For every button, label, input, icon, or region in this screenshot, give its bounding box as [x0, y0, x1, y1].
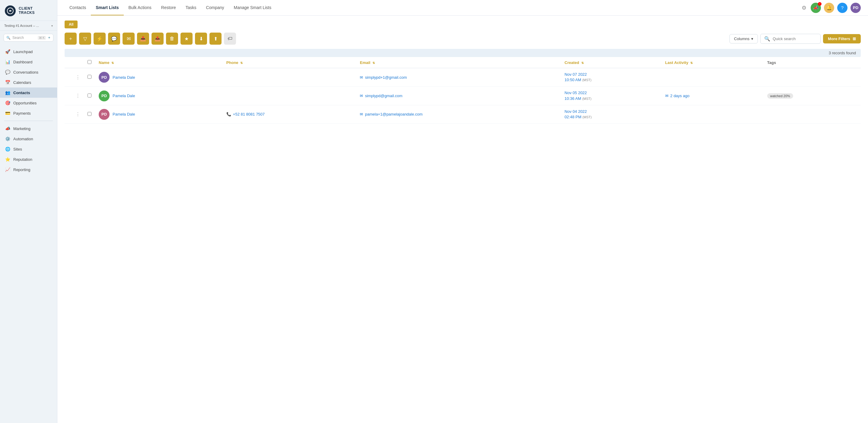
- tab-bulk-actions[interactable]: Bulk Actions: [124, 0, 156, 15]
- sidebar-item-launchpad[interactable]: 🚀Launchpad: [0, 46, 57, 57]
- row-menu-icon[interactable]: ⋮: [75, 111, 80, 117]
- name-header[interactable]: Name ⇅: [95, 57, 223, 68]
- help-button[interactable]: ?: [837, 3, 847, 13]
- created-time: 10:50 AM (MST): [565, 77, 658, 83]
- quick-search-input[interactable]: [773, 36, 817, 41]
- message-icon: 💬: [111, 36, 117, 42]
- name-sort-icon: ⇅: [112, 61, 114, 65]
- row-checkbox[interactable]: [88, 94, 91, 97]
- row-checkbox[interactable]: [88, 112, 91, 116]
- tab-company[interactable]: Company: [201, 0, 229, 15]
- email-link[interactable]: ✉simplypd@gmail.com: [360, 94, 557, 98]
- logo-icon: [5, 5, 16, 16]
- nav-divider: [4, 121, 53, 121]
- bell-button[interactable]: 🔔: [824, 3, 834, 13]
- contact-name[interactable]: Pamela Dale: [113, 94, 135, 98]
- email-icon: ✉: [127, 36, 131, 42]
- toolbar-tag-button[interactable]: 🏷: [224, 33, 236, 45]
- more-filters-button[interactable]: More Filters ⊞: [823, 34, 861, 43]
- columns-button[interactable]: Columns ▾: [730, 34, 758, 43]
- filter-section: All: [65, 21, 861, 28]
- sidebar-item-reporting[interactable]: 📈Reporting: [0, 164, 57, 175]
- toolbar-add-button[interactable]: ＋: [65, 33, 77, 45]
- sidebar-item-label: Calendars: [13, 80, 31, 85]
- toolbar-message-button[interactable]: 💬: [108, 33, 120, 45]
- user-avatar[interactable]: PD: [850, 3, 861, 13]
- all-filter-badge[interactable]: All: [65, 21, 78, 28]
- sidebar-item-opportunities[interactable]: 🎯Opportunities: [0, 98, 57, 108]
- table-body: ⋮ PD Pamela Dale ✉simplypd+1@gmail.com N…: [65, 68, 861, 124]
- email-link[interactable]: ✉simplypd+1@gmail.com: [360, 75, 557, 80]
- chevron-down-icon: ▾: [51, 24, 53, 28]
- toolbar-download-button[interactable]: ⬇: [195, 33, 207, 45]
- sidebar-item-dashboard[interactable]: 📊Dashboard: [0, 57, 57, 67]
- row-actions-cell: ⋮: [72, 68, 84, 87]
- select-all-header: [65, 57, 72, 68]
- megaphone-button[interactable]: 📣 !: [811, 3, 821, 13]
- last-activity-cell: ✉2 days ago: [661, 87, 764, 105]
- name-cell: PD Pamela Dale: [95, 87, 223, 105]
- row-checkbox[interactable]: [88, 75, 91, 79]
- toolbar-upload-button[interactable]: ⬆: [210, 33, 221, 45]
- topbar: ContactsSmart ListsBulk ActionsRestoreTa…: [57, 0, 868, 16]
- email-link[interactable]: ✉pamela+1@pamelajoandale.com: [360, 112, 557, 117]
- tags-header: Tags: [764, 57, 861, 68]
- sidebar-item-label: Reporting: [13, 167, 30, 172]
- tab-contacts[interactable]: Contacts: [65, 0, 91, 15]
- star-icon: ★: [184, 36, 189, 42]
- toolbar-export2-button[interactable]: 📤: [152, 33, 163, 45]
- tab-restore[interactable]: Restore: [156, 0, 181, 15]
- last-activity-header[interactable]: Last Activity ⇅: [661, 57, 764, 68]
- created-cell: Nov 07 2022 10:50 AM (MST): [561, 68, 661, 87]
- actions-header: [72, 57, 84, 68]
- page-content: All ＋▽⚡💬✉📥📤🗑★⬇⬆🏷 Columns ▾ 🔍 More Filter…: [57, 16, 868, 423]
- row-menu-icon[interactable]: ⋮: [75, 93, 80, 98]
- created-cell: Nov 04 2022 02:48 PM (MST): [561, 105, 661, 123]
- upload-icon: ⬆: [214, 36, 218, 42]
- toolbar-filter-button[interactable]: ▽: [79, 33, 91, 45]
- tab-tasks[interactable]: Tasks: [181, 0, 201, 15]
- settings-button[interactable]: ⚙: [800, 3, 808, 12]
- sidebar-item-conversations[interactable]: 💬Conversations: [0, 67, 57, 77]
- sidebar-item-label: Sites: [13, 147, 22, 152]
- sidebar-item-label: Payments: [13, 111, 31, 116]
- sidebar-item-payments[interactable]: 💳Payments: [0, 108, 57, 118]
- phone-link[interactable]: 📞+52 81 8081 7507: [226, 112, 353, 117]
- email-icon: ✉: [665, 94, 669, 98]
- email-icon: ✉: [360, 112, 363, 117]
- email-header[interactable]: Email ⇅: [356, 57, 561, 68]
- created-header[interactable]: Created ⇅: [561, 57, 661, 68]
- contact-name[interactable]: Pamela Dale: [113, 75, 135, 80]
- header-row: Name ⇅ Phone ⇅ Email ⇅ Created ⇅: [65, 57, 861, 68]
- tab-manage-smart-lists[interactable]: Manage Smart Lists: [229, 0, 276, 15]
- sidebar-item-label: Conversations: [13, 70, 38, 74]
- toolbar-workflow-button[interactable]: ⚡: [94, 33, 105, 45]
- sidebar-item-calendars[interactable]: 📅Calendars: [0, 77, 57, 88]
- import-icon: 📥: [140, 36, 146, 42]
- account-selector[interactable]: Testing #1 Account -- ... ▾: [0, 21, 57, 31]
- filter-icon: ⊞: [852, 36, 856, 41]
- sidebar-item-reputation[interactable]: ⭐Reputation: [0, 154, 57, 164]
- sidebar-item-contacts[interactable]: 👥Contacts: [0, 88, 57, 98]
- tab-smart-lists[interactable]: Smart Lists: [91, 0, 123, 15]
- row-menu-icon[interactable]: ⋮: [75, 75, 80, 80]
- sidebar-item-label: Reputation: [13, 157, 32, 162]
- sidebar-search[interactable]: 🔍 Search ⌘ K ✦: [4, 34, 54, 42]
- toolbar-delete-button[interactable]: 🗑: [166, 33, 178, 45]
- checkbox-header: [84, 57, 95, 68]
- sidebar-item-automation[interactable]: ⚙️Automation: [0, 134, 57, 144]
- search-icon: 🔍: [6, 36, 10, 40]
- created-time: 10:36 AM (MST): [565, 96, 658, 101]
- keyboard-shortcut: ⌘ K: [38, 36, 46, 40]
- phone-header[interactable]: Phone ⇅: [223, 57, 356, 68]
- toolbar: ＋▽⚡💬✉📥📤🗑★⬇⬆🏷 Columns ▾ 🔍 More Filters ⊞: [65, 33, 861, 45]
- toolbar-email-button[interactable]: ✉: [123, 33, 134, 45]
- toolbar-import-button[interactable]: 📥: [137, 33, 149, 45]
- sidebar-item-marketing[interactable]: 📣Marketing: [0, 123, 57, 134]
- timezone-label: (MST): [582, 97, 592, 100]
- contact-name[interactable]: Pamela Dale: [113, 112, 135, 117]
- select-all-checkbox[interactable]: [88, 60, 91, 64]
- search-label: Search: [12, 36, 36, 40]
- sidebar-item-sites[interactable]: 🌐Sites: [0, 144, 57, 154]
- toolbar-star-button[interactable]: ★: [181, 33, 192, 45]
